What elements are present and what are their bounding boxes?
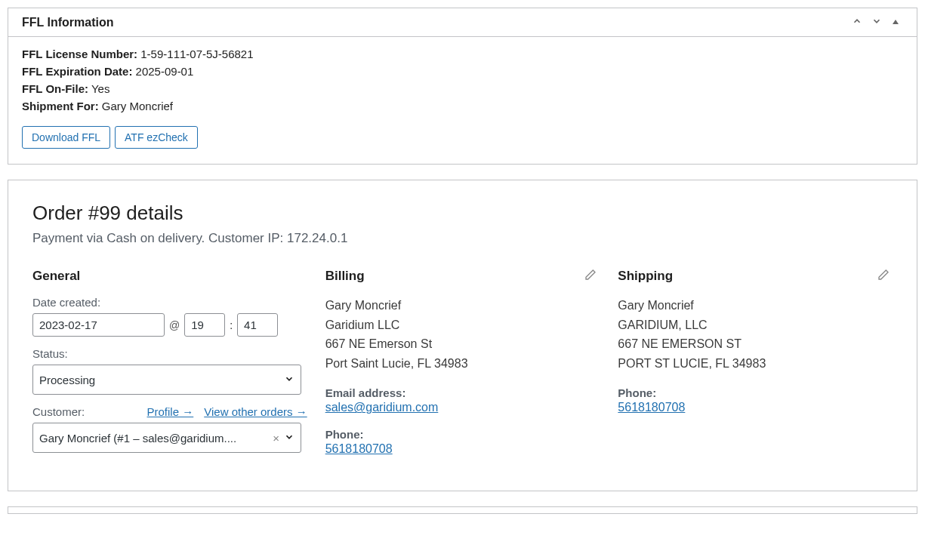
order-minute-input[interactable] [237, 313, 278, 337]
move-down-icon[interactable] [868, 14, 885, 30]
shipping-heading: Shipping [618, 269, 893, 284]
ffl-license-label: FFL License Number: [22, 48, 137, 60]
shipping-company: GARIDIUM, LLC [618, 315, 893, 335]
billing-email-link[interactable]: sales@garidium.com [325, 401, 439, 414]
ffl-panel-header: FFL Information [8, 8, 917, 37]
billing-street: 667 NE Emerson St [325, 334, 600, 354]
ffl-shipment-value: Gary Moncrief [102, 100, 173, 112]
billing-column: Billing Gary Moncrief Garidium LLC 667 N… [325, 269, 600, 469]
ffl-expiration-value: 2025-09-01 [136, 65, 194, 78]
shipping-phone-label: Phone: [618, 386, 893, 399]
shipping-street: 667 NE EMERSON ST [618, 334, 893, 354]
ffl-info-panel: FFL Information FFL License Number: 1-59… [8, 8, 917, 165]
general-heading: General [32, 269, 307, 284]
toggle-panel-icon[interactable] [888, 15, 903, 30]
shipping-column: Shipping Gary Moncrief GARIDIUM, LLC 667… [618, 269, 893, 469]
customer-links: Profile → View other orders → [147, 405, 307, 418]
status-select[interactable]: Processing [32, 365, 301, 395]
billing-name: Gary Moncrief [325, 296, 600, 315]
time-colon: : [230, 319, 233, 331]
date-created-label: Date created: [32, 296, 307, 309]
customer-select-value: Gary Moncrief (#1 – sales@garidium.... [39, 432, 268, 445]
shipping-address: Gary Moncrief GARIDIUM, LLC 667 NE EMERS… [618, 296, 893, 373]
billing-email-block: Email address: sales@garidium.com [325, 386, 600, 414]
ffl-panel-title: FFL Information [22, 16, 113, 29]
billing-phone-link[interactable]: 5618180708 [325, 442, 393, 455]
customer-select[interactable]: Gary Moncrief (#1 – sales@garidium.... × [32, 423, 301, 453]
billing-phone-block: Phone: 5618180708 [325, 428, 600, 456]
shipping-name: Gary Moncrief [618, 296, 893, 315]
view-other-orders-link[interactable]: View other orders → [204, 405, 307, 418]
download-ffl-button[interactable]: Download FFL [22, 126, 110, 149]
ffl-button-row: Download FFL ATF ezCheck [22, 126, 903, 149]
move-up-icon[interactable] [849, 14, 865, 30]
profile-link[interactable]: Profile → [147, 405, 194, 418]
order-columns: General Date created: @ : Status: Proces… [32, 269, 893, 469]
general-column: General Date created: @ : Status: Proces… [32, 269, 307, 469]
billing-city: Port Saint Lucie, FL 34983 [325, 354, 600, 374]
order-hour-input[interactable] [184, 313, 225, 337]
ffl-onfile-row: FFL On-File: Yes [22, 82, 903, 95]
clear-customer-icon[interactable]: × [268, 432, 284, 445]
shipping-city: PORT ST LUCIE, FL 34983 [618, 354, 893, 374]
shipping-phone-link[interactable]: 5618180708 [618, 401, 685, 414]
ffl-shipment-row: Shipment For: Gary Moncrief [22, 100, 903, 112]
customer-label-row: Customer: Profile → View other orders → [32, 405, 307, 418]
atf-ezcheck-button[interactable]: ATF ezCheck [115, 126, 198, 149]
status-select-value: Processing [39, 374, 95, 386]
svg-marker-0 [893, 20, 899, 24]
order-details-panel: Order #99 details Payment via Cash on de… [8, 180, 917, 491]
ffl-license-value: 1-59-111-07-5J-56821 [140, 48, 253, 60]
status-label: Status: [32, 347, 307, 360]
ffl-onfile-value: Yes [91, 82, 109, 95]
ffl-shipment-label: Shipment For: [22, 100, 99, 112]
panel-header-controls [849, 14, 903, 30]
chevron-down-icon [284, 374, 294, 386]
customer-label: Customer: [32, 405, 85, 418]
shipping-phone-block: Phone: 5618180708 [618, 386, 893, 414]
lower-panel-edge [8, 506, 917, 514]
billing-phone-label: Phone: [325, 428, 600, 441]
ffl-expiration-row: FFL Expiration Date: 2025-09-01 [22, 65, 903, 78]
billing-company: Garidium LLC [325, 315, 600, 335]
ffl-panel-body: FFL License Number: 1-59-111-07-5J-56821… [8, 37, 917, 164]
billing-email-label: Email address: [325, 386, 600, 399]
billing-heading: Billing [325, 269, 600, 284]
order-subtitle: Payment via Cash on delivery. Customer I… [32, 231, 893, 246]
order-date-input[interactable] [32, 313, 165, 337]
chevron-down-icon [284, 432, 294, 445]
edit-shipping-icon[interactable] [877, 269, 890, 283]
date-created-row: @ : [32, 313, 307, 337]
edit-billing-icon[interactable] [584, 269, 597, 283]
at-symbol: @ [169, 319, 180, 331]
ffl-license-row: FFL License Number: 1-59-111-07-5J-56821 [22, 48, 903, 60]
ffl-onfile-label: FFL On-File: [22, 82, 88, 95]
order-title: Order #99 details [32, 202, 893, 225]
billing-address: Gary Moncrief Garidium LLC 667 NE Emerso… [325, 296, 600, 373]
ffl-expiration-label: FFL Expiration Date: [22, 65, 132, 78]
